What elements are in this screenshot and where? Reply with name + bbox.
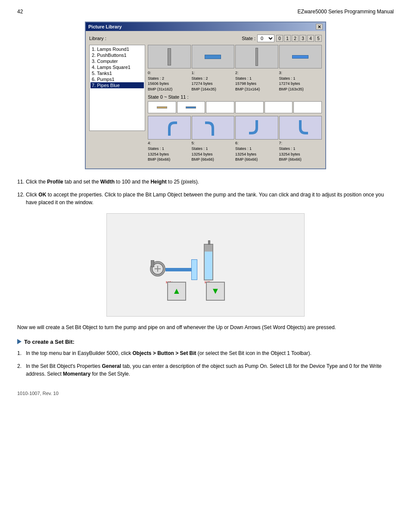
state-preview-2[interactable] — [206, 101, 234, 113]
state-btn-2[interactable]: 2 — [292, 35, 299, 42]
thumb-5[interactable] — [192, 116, 235, 140]
dialog-top-row: Library : State : 0 0 1 2 3 4 5 — [89, 34, 322, 42]
step-2-text: In the Set Bit Object's Properties Gener… — [26, 363, 382, 377]
library-list[interactable]: 1. Lamps Round1 2. PushButtons1 3. Compu… — [89, 45, 145, 131]
instruction-12-num: 12. — [17, 191, 25, 199]
state-btn-1[interactable]: 1 — [284, 35, 291, 42]
thumbnails-row2 — [148, 116, 322, 140]
manual-title: EZware5000 Series Programming Manual — [298, 9, 394, 15]
instruction-list: 11. Click the Profile tab and set the Wi… — [17, 178, 394, 206]
thumb-7[interactable] — [279, 116, 322, 140]
library-item-2[interactable]: 2. PushButtons1 — [90, 52, 144, 58]
library-item-3[interactable]: 3. Computer — [90, 58, 144, 64]
state-btn-3[interactable]: 3 — [299, 35, 306, 42]
state-btn-5[interactable]: 5 — [315, 35, 322, 42]
thumb-info-row1: 0: States : 2 15606 bytes BMP (31x162) 1… — [148, 70, 322, 92]
triangle-icon — [17, 339, 22, 344]
thumb-info-6: 6: States : 1 13254 bytes BMP (66x66) — [235, 140, 278, 162]
state-row: State : 0 0 1 2 3 4 5 — [242, 34, 322, 42]
state-buttons: 0 1 2 3 4 5 — [276, 35, 322, 42]
instruction-11-text: Click the Profile tab and set the Width … — [26, 179, 199, 185]
preview-swatch-1 — [186, 106, 196, 109]
thumb-info-3: 3: States : 1 17274 bytes BMP (163x35) — [279, 70, 322, 92]
curve-svg-5 — [205, 120, 221, 136]
state-preview-1[interactable] — [177, 101, 206, 113]
instruction-11: 11. Click the Profile tab and set the Wi… — [17, 178, 394, 186]
instruction-12: 12. Click OK to accept the properties. C… — [17, 191, 394, 206]
curve-svg-6 — [249, 120, 265, 136]
thumb-3[interactable] — [279, 45, 322, 68]
instruction-12-text: Click OK to accept the properties. Click… — [26, 192, 384, 205]
step-1-num: 1. — [17, 349, 22, 357]
dialog-wrapper: Picture Library ✕ Library : State : 0 0 … — [17, 22, 394, 169]
section-heading: To create a Set Bit: — [17, 339, 394, 345]
thumb-info-4: 4: States : 1 13254 bytes BMP (66x66) — [148, 140, 191, 162]
dialog-content: Library : State : 0 0 1 2 3 4 5 — [86, 31, 325, 168]
library-item-5[interactable]: 5. Tanks1 — [90, 70, 144, 76]
thumb-4[interactable] — [148, 116, 191, 140]
canvas-pipe-top — [151, 260, 154, 267]
state-preview-grid — [148, 101, 322, 113]
canvas-arrow-dn-button[interactable]: ▼ — [206, 282, 225, 301]
section-heading-text: To create a Set Bit: — [24, 339, 75, 345]
page-header: 42 EZware5000 Series Programming Manual — [17, 9, 394, 15]
dialog-close-button[interactable]: ✕ — [316, 24, 323, 30]
canvas-pipe-horizontal — [165, 268, 191, 271]
dialog-titlebar: Picture Library ✕ — [86, 22, 325, 31]
canvas-bit-lamp — [191, 259, 197, 280]
state-dropdown[interactable]: 0 — [257, 34, 274, 42]
library-label: Library : — [89, 36, 106, 41]
step-2: 2. In the Set Bit Object's Properties Ge… — [17, 362, 394, 378]
library-item-1[interactable]: 1. Lamps Round1 — [90, 46, 144, 52]
thumb-info-5: 5: States : 1 13254 bytes BMP (66x66) — [192, 140, 235, 162]
thumb-6[interactable] — [235, 116, 278, 140]
step-1-text: In the top menu bar in EasyBuilder 5000,… — [26, 350, 311, 356]
thumb-info-0: 0: States : 2 15606 bytes BMP (31x162) — [148, 70, 191, 92]
canvas-tank — [204, 244, 213, 280]
thumb-info-row2: 4: States : 1 13254 bytes BMP (66x66) 5:… — [148, 140, 322, 162]
canvas-area: MC+ MC+ ▲ ▼ — [106, 213, 305, 317]
state-label: State : — [242, 36, 255, 41]
state-preview-0[interactable] — [148, 101, 176, 113]
footer-doc-number: 1010-1007, Rev. 10 — [17, 391, 59, 396]
thumb-2[interactable] — [235, 45, 278, 68]
thumb-info-7: 7: States : 1 13254 bytes BMP (66x66) — [279, 140, 322, 162]
thumbnails-area: 0: States : 2 15606 bytes BMP (31x162) 1… — [148, 45, 322, 165]
dialog-main: 1. Lamps Round1 2. PushButtons1 3. Compu… — [89, 45, 322, 165]
preview-swatch-0 — [157, 106, 167, 109]
state-preview-label: State 0 ~ State 11 : — [148, 94, 322, 100]
state-preview-4[interactable] — [265, 101, 293, 113]
picture-library-dialog: Picture Library ✕ Library : State : 0 0 … — [85, 22, 326, 169]
library-item-7[interactable]: 7. Pipes Blue — [90, 82, 144, 88]
thumb-0[interactable] — [148, 45, 191, 68]
step-1: 1. In the top menu bar in EasyBuilder 50… — [17, 349, 394, 357]
curve-svg-4 — [162, 120, 177, 136]
step-2-num: 2. — [17, 362, 22, 370]
canvas-wrapper: MC+ MC+ ▲ ▼ — [17, 213, 394, 317]
library-item-4[interactable]: 4. Lamps Square1 — [90, 64, 144, 70]
curve-svg-7 — [293, 120, 308, 136]
thumb-info-2: 2: States : 1 15798 bytes BMP (31x164) — [235, 70, 278, 92]
dialog-title: Picture Library — [88, 24, 122, 29]
thumbnails-row1 — [148, 45, 322, 68]
state-btn-4[interactable]: 4 — [307, 35, 314, 42]
state-preview-3[interactable] — [235, 101, 264, 113]
canvas-arrow-up-button[interactable]: ▲ — [167, 282, 186, 301]
thumb-1[interactable] — [192, 45, 235, 68]
page-number: 42 — [17, 9, 23, 15]
section-steps: 1. In the top menu bar in EasyBuilder 50… — [17, 349, 394, 378]
thumb-info-1: 1: States : 2 17274 bytes BMP (164x35) — [192, 70, 235, 92]
instruction-11-num: 11. — [17, 178, 25, 186]
body-paragraph: Now we will create a Set Bit Object to t… — [17, 324, 394, 332]
state-btn-0[interactable]: 0 — [276, 35, 283, 42]
page-footer: 1010-1007, Rev. 10 — [17, 391, 394, 396]
library-item-6[interactable]: 6. Pumps1 — [90, 76, 144, 82]
canvas-tank-pipe — [208, 240, 210, 245]
state-preview-5[interactable] — [293, 101, 322, 113]
